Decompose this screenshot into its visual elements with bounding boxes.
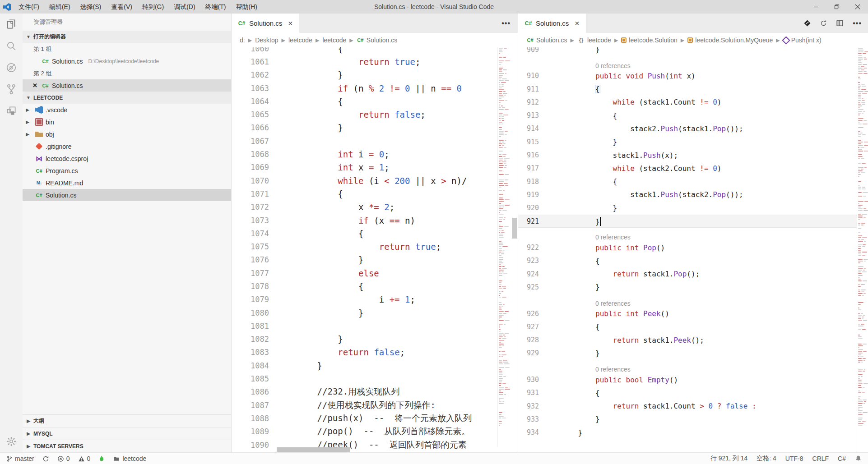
- open-editor-item[interactable]: ✕C#Solution.cs: [23, 79, 231, 92]
- status-text-C-[interactable]: C#: [838, 455, 846, 462]
- split-editor-icon[interactable]: [836, 19, 844, 27]
- line-number: 1066: [232, 123, 276, 132]
- search-icon[interactable]: [0, 35, 23, 57]
- code-area[interactable]: 1060 {1061 return true;1062 }1063 if (n …: [232, 47, 518, 452]
- line-number: 1069: [232, 163, 276, 172]
- line-number: 1070: [232, 176, 276, 185]
- more-icon[interactable]: •••: [501, 19, 511, 28]
- tree-item-README.md[interactable]: M↓README.md: [23, 177, 231, 189]
- extensions-icon[interactable]: [0, 100, 23, 122]
- breadcrumb-item[interactable]: leetcode.Solution: [621, 37, 677, 44]
- breadcrumb-item[interactable]: C#Solution.cs: [526, 37, 567, 44]
- tree-item-obj[interactable]: ▶obj: [23, 128, 231, 140]
- explorer-icon[interactable]: [0, 14, 23, 35]
- menu-item-4[interactable]: 转到(G): [137, 0, 169, 14]
- section-TOMCAT SERVERS[interactable]: ▶TOMCAT SERVERS: [23, 440, 231, 452]
- code-line: 925 }: [518, 280, 868, 294]
- restore-button[interactable]: [826, 0, 847, 14]
- status-text-行-921-列-14[interactable]: 行 921, 列 14: [710, 455, 748, 463]
- codelens-label[interactable]: 0 references: [561, 62, 631, 69]
- status-flame-icon[interactable]: [98, 455, 105, 462]
- menu-item-5[interactable]: 调试(D): [169, 0, 200, 14]
- minimize-button[interactable]: [806, 0, 826, 14]
- git-icon: [36, 143, 43, 150]
- minimap[interactable]: [857, 47, 868, 452]
- tab-solution-cs[interactable]: C#Solution.cs✕: [232, 14, 299, 33]
- breadcrumb-item[interactable]: C#Solution.cs: [357, 37, 397, 44]
- tree-item-label: .gitignore: [46, 143, 72, 150]
- breadcrumb-item[interactable]: Push(int x): [783, 37, 822, 44]
- codelens-label[interactable]: 0 references: [561, 234, 631, 241]
- tree-item-.vscode[interactable]: ▶.vscode: [23, 104, 231, 116]
- method-icon: [782, 36, 790, 44]
- tree-item-Solution.cs[interactable]: C#Solution.cs: [23, 189, 231, 201]
- menu-item-0[interactable]: 文件(F): [14, 0, 44, 14]
- vertical-scrollbar[interactable]: [511, 47, 518, 447]
- breadcrumb-item[interactable]: {}leetcode: [577, 37, 611, 44]
- close-button[interactable]: [847, 0, 868, 14]
- codelens-label[interactable]: 0 references: [561, 300, 631, 307]
- code-line: 924 return stack1.Pop();: [518, 267, 868, 280]
- menu-item-3[interactable]: 查看(V): [106, 0, 137, 14]
- line-content: return false;: [276, 347, 518, 357]
- breadcrumb-item[interactable]: d:: [240, 37, 245, 44]
- horizontal-scrollbar[interactable]: [276, 447, 498, 452]
- section-MYSQL[interactable]: ▶MYSQL: [23, 427, 231, 440]
- line-number: 1067: [232, 137, 276, 146]
- status-error-icon[interactable]: 0: [57, 455, 70, 462]
- status-text-UTF-8[interactable]: UTF-8: [785, 455, 803, 462]
- menu-item-7[interactable]: 帮助(H): [231, 0, 262, 14]
- tree-item-leetcode.csproj[interactable]: ⋈leetcode.csproj: [23, 152, 231, 165]
- scrollbar-thumb[interactable]: [277, 447, 350, 452]
- sync-icon[interactable]: [820, 20, 827, 27]
- debug-icon[interactable]: [0, 57, 23, 78]
- file-tree: ▶.vscode▶bin▶obj.gitignore⋈leetcode.cspr…: [23, 104, 231, 201]
- status-text-空格-4[interactable]: 空格: 4: [757, 455, 776, 463]
- breadcrumb-item[interactable]: leetcode.Solution.MyQueue: [687, 37, 773, 44]
- code-line: 1081: [232, 319, 518, 332]
- tree-item-label: Program.cs: [46, 167, 78, 175]
- project-folder-header[interactable]: ▼ LEETCODE: [23, 92, 231, 104]
- minimap[interactable]: [497, 47, 511, 447]
- status-warning-icon[interactable]: 0: [78, 455, 91, 462]
- tree-item-bin[interactable]: ▶bin: [23, 116, 231, 128]
- tab-close-icon[interactable]: ✕: [574, 20, 580, 27]
- format-icon[interactable]: [803, 19, 811, 27]
- status-sync-icon[interactable]: [42, 455, 49, 462]
- breadcrumb-item[interactable]: leetcode: [322, 37, 346, 44]
- breadcrumb-item[interactable]: Desktop: [255, 37, 278, 44]
- open-editors-header[interactable]: ▼ 打开的编辑器: [23, 31, 231, 43]
- open-editor-item[interactable]: C#Solution.csD:\Desktop\leetcode\leetcod…: [23, 55, 231, 67]
- line-number: 1087: [232, 401, 276, 410]
- line-number: 1078: [232, 282, 276, 291]
- section-大纲[interactable]: ▶大纲: [23, 414, 231, 427]
- codelens-label[interactable]: 0 references: [561, 366, 631, 373]
- tab-close-icon[interactable]: ✕: [288, 20, 293, 27]
- line-number: 927: [518, 323, 561, 331]
- explorer-sidebar: 资源管理器 ▼ 打开的编辑器 第 1 组C#Solution.csD:\Desk…: [23, 14, 232, 452]
- more-icon[interactable]: •••: [853, 19, 862, 28]
- menu-item-1[interactable]: 编辑(E): [44, 0, 75, 14]
- braces-icon: {}: [577, 37, 585, 44]
- source-control-icon[interactable]: [0, 78, 23, 100]
- status-branch-icon[interactable]: master: [6, 455, 34, 462]
- close-icon[interactable]: ✕: [32, 82, 39, 89]
- breadcrumb-item[interactable]: leetcode: [288, 37, 312, 44]
- line-number: 1060: [232, 47, 276, 53]
- status-folder-icon[interactable]: leetcode: [113, 455, 146, 462]
- line-content: {: [561, 322, 868, 331]
- csharp-icon: C#: [35, 167, 43, 175]
- status-text-CRLF[interactable]: CRLF: [812, 455, 829, 462]
- workbench: 资源管理器 ▼ 打开的编辑器 第 1 组C#Solution.csD:\Desk…: [0, 14, 868, 452]
- tree-item-Program.cs[interactable]: C#Program.cs: [23, 165, 231, 177]
- line-number: 911: [518, 85, 561, 93]
- tab-solution-cs[interactable]: C#Solution.cs✕: [518, 14, 586, 33]
- menu-item-2[interactable]: 选择(S): [75, 0, 107, 14]
- status-bell-icon[interactable]: [855, 455, 862, 462]
- settings-gear-icon[interactable]: [0, 431, 23, 452]
- menu-item-6[interactable]: 终端(T): [200, 0, 231, 14]
- tree-item-.gitignore[interactable]: .gitignore: [23, 140, 231, 152]
- scrollbar-thumb[interactable]: [512, 218, 517, 239]
- code-line: 1065 return false;: [232, 108, 518, 121]
- code-area[interactable]: 909 }0 references910 public void Push(in…: [518, 47, 868, 452]
